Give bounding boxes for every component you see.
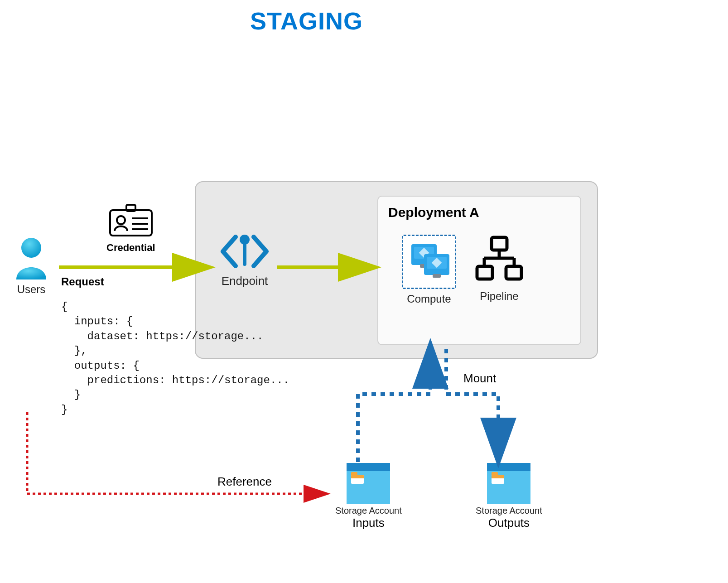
endpoint-label: Endpoint [218, 274, 271, 288]
storage-inputs-small: Storage Account [335, 506, 402, 516]
svg-rect-5 [477, 266, 492, 279]
pipeline-icon [474, 235, 524, 284]
mount-label: Mount [463, 371, 496, 385]
compute-label: Compute [402, 293, 456, 305]
compute-item: Compute [402, 235, 456, 305]
mount-arrow-inputs [358, 349, 430, 462]
svg-rect-6 [506, 266, 521, 279]
reference-label: Reference [217, 475, 272, 489]
reference-arrow [27, 412, 326, 494]
mount-arrow-outputs [446, 349, 498, 458]
storage-inputs-node: Storage Account Inputs [335, 463, 402, 530]
storage-outputs-node: Storage Account Outputs [476, 463, 542, 530]
users-node: Users [14, 236, 49, 296]
users-label: Users [14, 283, 49, 296]
endpoint-node: Endpoint [218, 233, 271, 288]
compute-icon [402, 235, 456, 289]
storage-outputs-small: Storage Account [476, 506, 542, 516]
storage-icon [487, 463, 530, 504]
storage-icon [347, 463, 390, 504]
pipeline-item: Pipeline [474, 235, 524, 303]
svg-rect-0 [492, 237, 507, 250]
credential-icon [108, 204, 154, 237]
credential-node: Credential [106, 204, 155, 254]
request-heading: Request [61, 275, 104, 288]
credential-label: Credential [106, 242, 155, 254]
user-icon [14, 236, 49, 279]
pipeline-label: Pipeline [474, 290, 524, 303]
svg-point-7 [21, 238, 41, 258]
deployment-title: Deployment A [388, 205, 570, 220]
page-title: STAGING [250, 7, 363, 35]
storage-outputs-big: Outputs [476, 516, 542, 530]
request-code: { inputs: { dataset: https://storage... … [61, 300, 289, 417]
deployment-box: Deployment A Compute [377, 196, 581, 345]
svg-point-10 [117, 216, 125, 224]
svg-point-15 [240, 235, 250, 245]
storage-inputs-big: Inputs [335, 516, 402, 530]
endpoint-icon [218, 233, 271, 270]
